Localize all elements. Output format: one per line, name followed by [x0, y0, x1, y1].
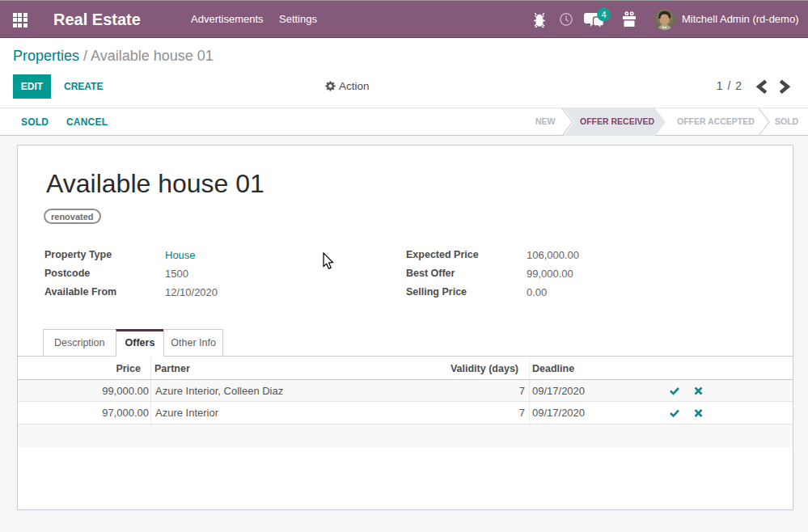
svg-text:SOLD: SOLD [775, 116, 799, 126]
svg-text:4: 4 [601, 10, 606, 19]
svg-text:OFFER RECEIVED: OFFER RECEIVED [580, 116, 655, 126]
svg-text:NEW: NEW [535, 116, 556, 126]
svg-text:OFFER ACCEPTED: OFFER ACCEPTED [677, 116, 755, 126]
